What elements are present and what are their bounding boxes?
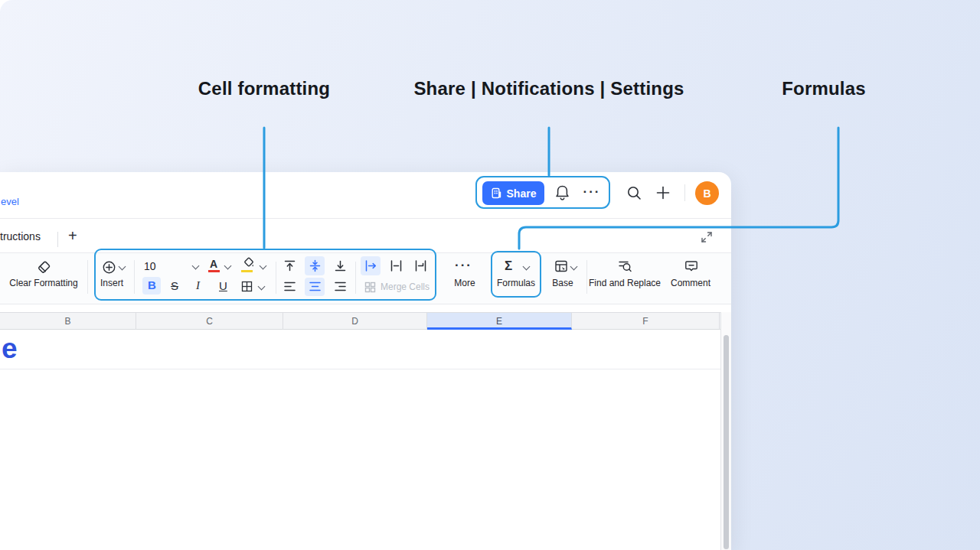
more-menu-icon[interactable]: ··· xyxy=(580,184,604,200)
column-header-e-selected[interactable]: E xyxy=(427,313,572,330)
column-header-f[interactable]: F xyxy=(572,313,720,330)
annotation-share-notifications-settings: Share | Notifications | Settings xyxy=(413,78,684,99)
toolbar-divider xyxy=(134,260,135,294)
align-bottom-icon[interactable] xyxy=(334,259,347,272)
comment-icon[interactable] xyxy=(684,259,698,273)
fill-color-bar xyxy=(241,270,253,272)
column-header-b[interactable]: B xyxy=(0,313,136,330)
doc-breadcrumb-fragment[interactable]: evel xyxy=(1,196,19,207)
merge-cells-icon[interactable] xyxy=(364,282,376,293)
underline-button[interactable]: U xyxy=(219,279,227,292)
font-size-value[interactable]: 10 xyxy=(144,260,156,272)
fill-color-icon[interactable] xyxy=(242,257,255,270)
more-label[interactable]: More xyxy=(454,278,475,288)
find-replace-icon[interactable] xyxy=(618,259,632,273)
text-color-icon[interactable]: A xyxy=(210,258,217,270)
text-overflow-icon[interactable] xyxy=(364,259,377,272)
formulas-callout-box xyxy=(491,251,541,298)
align-center-icon[interactable] xyxy=(309,281,322,292)
annotation-cell-formatting: Cell formatting xyxy=(198,78,330,99)
formulas-sigma-icon[interactable]: Σ xyxy=(505,259,512,274)
notifications-bell-icon[interactable] xyxy=(554,184,570,201)
align-top-icon[interactable] xyxy=(283,259,296,272)
column-header-strip: B C D E F xyxy=(0,312,720,330)
merge-cells-label: Merge Cells xyxy=(381,282,430,292)
base-icon[interactable] xyxy=(554,259,568,273)
share-button-label: Share xyxy=(507,187,537,200)
align-middle-icon[interactable] xyxy=(309,259,322,272)
toolbar: Clear Formatting Insert 10 A xyxy=(0,253,731,304)
header-border xyxy=(0,218,731,219)
bold-button[interactable]: B xyxy=(148,278,156,291)
text-wrap-icon[interactable] xyxy=(414,259,427,272)
sheet-title-fragment[interactable]: e xyxy=(2,333,18,365)
base-chevron-icon[interactable] xyxy=(570,263,578,271)
scrollbar-gutter xyxy=(720,312,731,550)
share-button[interactable]: Share xyxy=(482,181,544,205)
align-right-icon[interactable] xyxy=(334,281,347,292)
comment-label[interactable]: Comment xyxy=(671,278,710,288)
strikethrough-button[interactable]: S xyxy=(171,279,178,292)
page-background: Cell formatting Share | Notifications | … xyxy=(0,0,980,550)
expand-toolbar-icon[interactable] xyxy=(700,230,714,244)
create-new-plus-icon[interactable] xyxy=(655,184,671,201)
formulas-label[interactable]: Formulas xyxy=(497,278,535,288)
header-divider xyxy=(684,184,685,201)
toolbar-more-dots-icon[interactable]: ··· xyxy=(455,258,472,273)
clear-formatting-label[interactable]: Clear Formatting xyxy=(9,278,77,288)
search-icon[interactable] xyxy=(626,185,642,201)
clear-formatting-eraser-icon[interactable] xyxy=(36,260,52,276)
toolbar-divider xyxy=(355,262,356,294)
column-header-d[interactable]: D xyxy=(283,313,427,330)
sheet-tab-instructions[interactable]: tructions xyxy=(0,230,41,242)
toolbar-divider xyxy=(87,260,88,294)
toolbar-divider xyxy=(276,262,276,294)
italic-button[interactable]: I xyxy=(196,279,200,292)
add-sheet-tab-button[interactable]: + xyxy=(68,227,77,245)
toolbar-divider xyxy=(586,260,587,294)
text-color-bar xyxy=(208,270,220,272)
row-divider xyxy=(0,369,720,369)
vertical-scrollbar[interactable] xyxy=(724,335,729,549)
avatar[interactable]: B xyxy=(695,181,719,205)
text-clip-icon[interactable] xyxy=(390,259,403,272)
avatar-initial: B xyxy=(703,187,710,200)
borders-icon[interactable] xyxy=(241,281,253,292)
find-replace-label[interactable]: Find and Replace xyxy=(589,278,661,288)
column-header-c[interactable]: C xyxy=(136,313,283,330)
insert-label[interactable]: Insert xyxy=(100,278,123,288)
app-window: evel Share ··· B tructi xyxy=(0,172,731,550)
annotation-formulas: Formulas xyxy=(782,78,866,99)
share-org-icon xyxy=(491,187,502,199)
insert-plus-circle-icon[interactable] xyxy=(102,260,116,275)
align-left-icon[interactable] xyxy=(283,281,296,292)
base-label[interactable]: Base xyxy=(552,278,573,288)
tab-divider xyxy=(57,232,58,247)
sheet-grid: e epartment name Project owner Enter "@+… xyxy=(0,330,720,550)
